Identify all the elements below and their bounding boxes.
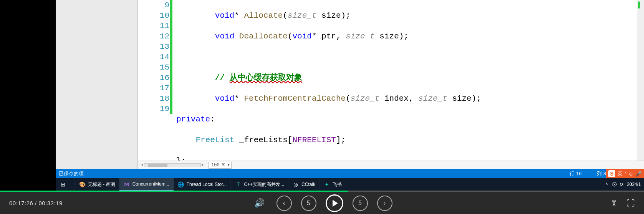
time-display: 00:17:26 / 00:32:19 (9, 200, 63, 206)
fullscreen-button[interactable]: ⛶ (626, 198, 635, 208)
status-line: 行 16 (570, 170, 581, 177)
doc-icon: T (235, 181, 242, 188)
start-button[interactable]: ⊞ (56, 178, 75, 191)
volume-button[interactable]: 🔊 (252, 196, 267, 211)
next-button[interactable]: › (377, 196, 392, 211)
vs-status-bar: 已保存的项 行 16 列 3 S 英 ' ☺ 🎤 (56, 169, 644, 178)
system-clock[interactable]: 2024/1 (627, 182, 641, 187)
chevron-right-icon: › (384, 200, 386, 207)
status-col: 列 3 (597, 170, 606, 177)
feishu-icon: ✦ (323, 181, 330, 188)
progress-bar[interactable] (0, 191, 644, 192)
clip-button[interactable]: ✂ (609, 200, 619, 207)
prev-button[interactable]: ‹ (276, 196, 292, 211)
rewind-5s-button[interactable]: 5 (301, 196, 316, 211)
rewind-icon: 5 (307, 200, 310, 207)
status-saved: 已保存的项 (59, 170, 554, 177)
code-content[interactable]: void* Allocate(size_t size); void Deallo… (172, 0, 644, 161)
taskbar-feishu[interactable]: ✦ 飞书 (320, 178, 346, 191)
smile-icon: ☺ (628, 171, 633, 177)
video-player-bar[interactable]: 00:17:26 / 00:32:19 🔊 ‹ 5 5 › ✂ ⛶ (0, 191, 644, 214)
horizontal-scrollbar[interactable]: ◄ ► (138, 162, 207, 169)
taskbar-chrome[interactable]: 🌐 Thread Local Stor... (174, 178, 231, 191)
vertical-scrollbar[interactable] (637, 0, 644, 161)
taskbar-cctalk[interactable]: ◎ CCtalk (288, 178, 320, 191)
tray-chevron-icon[interactable]: ＾ (604, 181, 609, 188)
zoom-dropdown[interactable]: 100 % ▼ (209, 162, 232, 169)
play-button[interactable] (326, 194, 343, 212)
change-indicator (170, 0, 172, 114)
taskbar-doc[interactable]: T C++实现的高并发... (231, 178, 288, 191)
tray-sync-icon[interactable]: ⟳ (620, 182, 624, 187)
sogou-icon: S (608, 170, 615, 177)
cctalk-icon: ◎ (292, 181, 299, 188)
paint-icon: 🎨 (79, 181, 86, 188)
scroll-right-icon[interactable]: ► (201, 163, 205, 167)
volume-icon: 🔊 (254, 198, 265, 208)
ime-bar[interactable]: S 英 ' ☺ 🎤 (606, 169, 644, 178)
taskbar-visualstudio[interactable]: ⋈ ConcurrentMem... (119, 178, 174, 191)
chrome-icon: 🌐 (177, 181, 184, 188)
tray-close-icon[interactable]: ⓧ (612, 181, 617, 188)
line-number-gutter: 9 10 11 12 13 14 15 16 17 18 19 (138, 0, 172, 161)
taskbar-paint[interactable]: 🎨 无标题 - 画图 (75, 178, 119, 191)
solution-explorer-panel[interactable] (56, 0, 138, 169)
chevron-down-icon: ▼ (228, 163, 230, 167)
windows-taskbar[interactable]: ⊞ 🎨 无标题 - 画图 ⋈ ConcurrentMem... 🌐 Thread… (56, 178, 644, 191)
forward-5s-button[interactable]: 5 (353, 196, 368, 211)
vs-icon: ⋈ (123, 181, 130, 187)
code-editor[interactable]: 9 10 11 12 13 14 15 16 17 18 19 void* (138, 0, 644, 169)
chevron-left-icon: ‹ (283, 200, 285, 207)
forward-icon: 5 (358, 200, 362, 207)
scroll-left-icon[interactable]: ◄ (140, 163, 144, 167)
progress-fill (0, 191, 348, 192)
windows-icon: ⊞ (60, 181, 66, 188)
mic-icon: 🎤 (636, 171, 642, 177)
